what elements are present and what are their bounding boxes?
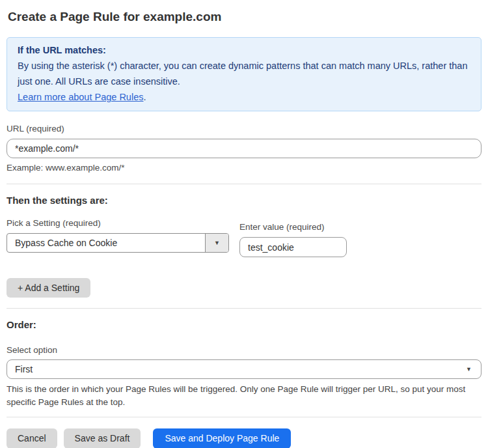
info-box-heading: If the URL matches: <box>18 42 470 58</box>
info-link-line: Learn more about Page Rules. <box>18 89 470 105</box>
chevron-down-icon: ▼ <box>466 366 472 372</box>
divider <box>7 308 481 309</box>
add-setting-button[interactable]: + Add a Setting <box>7 278 90 298</box>
setting-value-input[interactable] <box>239 237 347 257</box>
divider <box>7 184 481 184</box>
url-match-info-box: If the URL matches: By using the asteris… <box>7 37 481 111</box>
page-title: Create a Page Rule for example.com <box>8 9 480 24</box>
info-box-body: By using the asterisk (*) character, you… <box>18 58 470 89</box>
setting-select[interactable]: Bypass Cache on Cookie ▼ <box>7 233 229 253</box>
order-select-label: Select option <box>7 345 481 356</box>
save-deploy-button[interactable]: Save and Deploy Page Rule <box>153 428 291 448</box>
cancel-button[interactable]: Cancel <box>7 428 57 448</box>
divider <box>7 417 481 417</box>
setting-picker-label: Pick a Setting (required) <box>7 218 229 229</box>
footer-buttons: Cancel Save as Draft Save and Deploy Pag… <box>7 428 481 448</box>
page-rule-form: Create a Page Rule for example.com If th… <box>0 9 488 448</box>
url-input[interactable] <box>7 139 481 158</box>
setting-picker-column: Pick a Setting (required) Bypass Cache o… <box>7 218 229 253</box>
order-help-text: This is the order in which your Page Rul… <box>7 383 481 409</box>
setting-value-column: Enter value (required) <box>239 218 347 257</box>
order-heading: Order: <box>7 319 481 331</box>
link-suffix: . <box>143 92 146 102</box>
settings-heading: Then the settings are: <box>7 195 481 206</box>
order-select[interactable]: First ▼ <box>7 359 481 379</box>
url-example-text: Example: www.example.com/* <box>7 163 481 173</box>
setting-select-value: Bypass Cache on Cookie <box>7 234 205 252</box>
settings-row: Pick a Setting (required) Bypass Cache o… <box>7 218 481 257</box>
save-draft-button[interactable]: Save as Draft <box>64 428 141 448</box>
order-select-value: First <box>15 364 33 374</box>
chevron-down-icon[interactable]: ▼ <box>205 234 228 252</box>
setting-value-label: Enter value (required) <box>239 222 347 232</box>
learn-more-link[interactable]: Learn more about Page Rules <box>18 92 143 102</box>
url-label: URL (required) <box>7 124 481 134</box>
